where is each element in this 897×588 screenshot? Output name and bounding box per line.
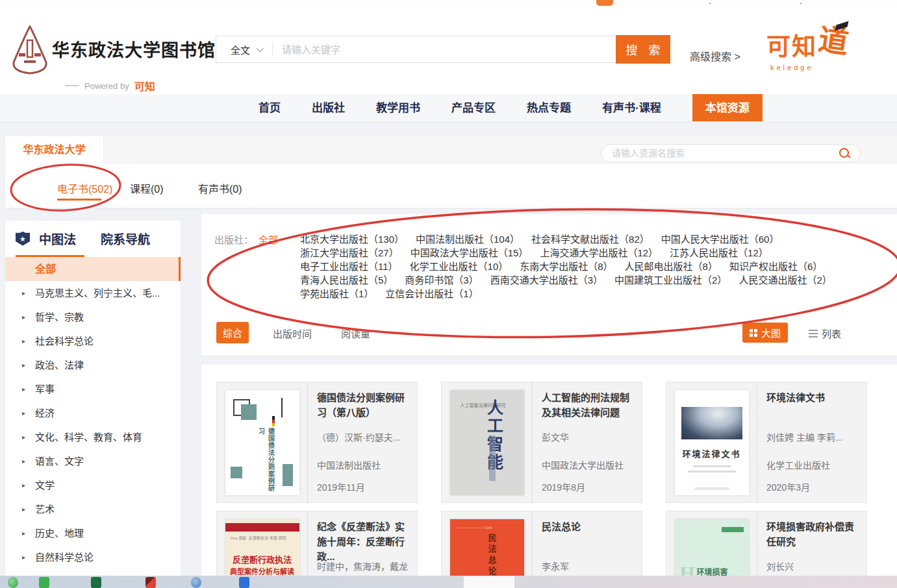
publisher-filter-item[interactable]: 江苏人民出版社（12）: [670, 247, 768, 258]
view-large-button[interactable]: 大图: [742, 323, 788, 343]
publisher-filter-item[interactable]: 学苑出版社（1）: [300, 288, 373, 299]
tab-audiobooks[interactable]: 有声书(0): [198, 180, 242, 196]
sidebar-item-label: 马克思主义、列宁主义、毛...: [35, 288, 160, 299]
publisher-filter-all[interactable]: 全部: [259, 232, 278, 246]
publisher-filter-item[interactable]: 东南大学出版社（8）: [520, 261, 613, 272]
view-large-label: 大图: [761, 326, 781, 339]
search-scope-dropdown[interactable]: 全文: [216, 43, 272, 56]
book-card[interactable]: 人工智能法律问题研究 人工智能 人工智能的刑法规制及其相关法律问题 彭文华 中国…: [441, 382, 642, 503]
publisher-filter-item[interactable]: 中国政法大学出版社（15）: [411, 247, 529, 258]
nav-hot-topics[interactable]: 热点专题: [527, 94, 571, 121]
book-author: 彭文华: [542, 430, 637, 443]
publisher-filter-item[interactable]: 化学工业出版社（10）: [410, 261, 509, 272]
taskbar-app-icon[interactable]: [145, 577, 156, 588]
powered-by-brand: 可知: [134, 78, 155, 93]
sidebar-item[interactable]: ▸哲学、宗教: [5, 305, 181, 329]
sidebar-item-all[interactable]: 全部: [5, 257, 181, 281]
caret-right-icon: ▸: [22, 497, 25, 521]
os-taskbar: [0, 576, 897, 588]
sidebar-item[interactable]: ▸马克思主义、列宁主义、毛...: [5, 281, 181, 305]
publisher-filter-item[interactable]: 知识产权出版社（6）: [729, 261, 822, 272]
tab-ebooks[interactable]: 电子书(502): [57, 180, 112, 196]
publisher-filter-item[interactable]: 社会科学文献出版社（82）: [531, 234, 650, 245]
book-author: 时建中，焦海涛，戴龙: [317, 559, 412, 572]
caret-right-icon: ▸: [22, 353, 25, 377]
sidebar-item[interactable]: ▸历史、地理: [5, 521, 181, 545]
sidebar-item[interactable]: ▸语言、文字: [5, 449, 181, 473]
sidebar-item[interactable]: ▸社会科学总论: [5, 329, 181, 353]
org-section: 华东政法大学 电子书(502) 课程(0) 有声书(0): [5, 136, 897, 208]
book-title: 人工智能的刑法规制及其相关法律问题: [542, 390, 637, 420]
search-icon[interactable]: [838, 147, 851, 160]
publisher-filter-item[interactable]: 北京大学出版社（130）: [300, 234, 404, 245]
book-title: 环境法律文书: [766, 390, 861, 405]
advanced-search-link[interactable]: 高级搜索 >: [690, 48, 740, 64]
search-button[interactable]: 搜 索: [616, 35, 670, 64]
book-date: 2019年11月: [317, 480, 412, 493]
view-list-button[interactable]: 列表: [809, 326, 841, 340]
sidebar-item[interactable]: ▸艺术: [5, 497, 181, 521]
caret-right-icon: ▸: [22, 329, 25, 353]
publisher-filter-item[interactable]: 中国建筑工业出版社（2）: [614, 275, 727, 286]
sidebar-item[interactable]: ▸文化、科学、教育、体育: [5, 425, 181, 449]
org-tab[interactable]: 华东政法大学: [5, 136, 104, 164]
publisher-filter-item[interactable]: 立信会计出版社（1）: [385, 288, 478, 299]
taskbar-app-icon[interactable]: [91, 577, 101, 588]
caret-right-icon: ▸: [22, 305, 25, 329]
resource-search-bar: [601, 144, 861, 162]
publisher-filter-item[interactable]: 人民邮电出版社（8）: [625, 261, 718, 272]
sidebar-tab-clc[interactable]: 中图法: [39, 230, 76, 247]
caret-right-icon: ▸: [22, 449, 25, 473]
taskbar-app-icon[interactable]: [191, 577, 201, 588]
publisher-filter-item[interactable]: 上海交通大学出版社（12）: [540, 247, 658, 258]
grid-view-icon: [750, 329, 757, 337]
taskbar-app-icon[interactable]: [239, 577, 249, 588]
publisher-filter-item[interactable]: 电子工业出版社（11）: [300, 261, 398, 272]
nav-teaching-books[interactable]: 教学用书: [376, 94, 420, 121]
taskbar-app-icon[interactable]: [8, 577, 18, 588]
resource-search-input[interactable]: [601, 148, 838, 158]
book-publisher: 化学工业出版社: [766, 458, 861, 471]
tab-courses[interactable]: 课程(0): [130, 180, 164, 196]
powered-by: Powered by 可知: [65, 78, 155, 93]
list-view-icon: [809, 330, 818, 337]
browser-caret-icon: ⌄: [799, 1, 803, 4]
sort-publish-time[interactable]: 出版时间: [273, 326, 312, 340]
publisher-filter-item[interactable]: 中国法制出版社（104）: [416, 234, 520, 245]
book-card[interactable]: 环境法律文书 环境法律文书 刘佳娉 主编 李莉... 化学工业出版社 2020年…: [666, 382, 867, 503]
publisher-filter-item[interactable]: 人民交通出版社（2）: [739, 275, 831, 286]
nav-library-resources[interactable]: 本馆资源: [692, 94, 763, 121]
publisher-filter-item[interactable]: 青海人民出版社（5）: [300, 275, 393, 286]
publisher-filter-item[interactable]: 浙江大学出版社（27）: [300, 247, 399, 258]
nav-product-zone[interactable]: 产品专区: [451, 94, 496, 121]
university-emblem-icon: [10, 25, 50, 78]
taskbar-active-window[interactable]: [464, 576, 514, 588]
publisher-filter-item[interactable]: 西南交通大学出版社（3）: [490, 275, 603, 286]
sidebar-item[interactable]: ▸经济: [5, 401, 181, 425]
view-list-label: 列表: [822, 326, 841, 340]
book-title: 纪念《反垄断法》实施十周年：反垄断行政...: [317, 519, 412, 564]
book-card[interactable]: 德国债法分则案例研习 德国债法分则案例研习（第八版） （德）汉斯·约瑟夫... …: [216, 382, 418, 503]
caret-right-icon: ▸: [22, 377, 25, 401]
nav-publishers[interactable]: 出版社: [312, 94, 345, 121]
publisher-filter-item[interactable]: 中国人民大学出版社（60）: [661, 234, 779, 245]
sidebar-header: ★ 中图法 院系导航: [5, 221, 181, 247]
sort-comprehensive-button[interactable]: 综合: [216, 322, 249, 343]
taskbar-app-icon[interactable]: [39, 577, 49, 588]
sidebar-tab-departments[interactable]: 院系导航: [101, 230, 150, 247]
caret-right-icon: ▸: [22, 281, 25, 305]
nav-home[interactable]: 首页: [259, 94, 281, 121]
publisher-list: 北京大学出版社（130）中国法制出版社（104）社会科学文献出版社（82）中国人…: [300, 232, 885, 300]
nav-audiobooks-courses[interactable]: 有声书·课程: [602, 94, 661, 121]
sort-read-count[interactable]: 阅读量: [341, 326, 370, 340]
book-date: 2019年8月: [542, 480, 637, 493]
book-publisher: 中国法制出版社: [317, 458, 412, 471]
sidebar-item[interactable]: ▸政治、法律: [5, 353, 181, 377]
sidebar-item-label: 政治、法律: [35, 360, 84, 371]
publisher-filter-item[interactable]: 商务印书馆（3）: [405, 275, 478, 286]
keyword-search-input[interactable]: [273, 44, 616, 55]
sidebar-item[interactable]: ▸军事: [5, 377, 181, 401]
sidebar-item[interactable]: ▸文学: [5, 473, 181, 497]
sidebar-item[interactable]: ▸自然科学总论: [5, 545, 181, 569]
sidebar-item-label: 文化、科学、教育、体育: [35, 432, 142, 443]
